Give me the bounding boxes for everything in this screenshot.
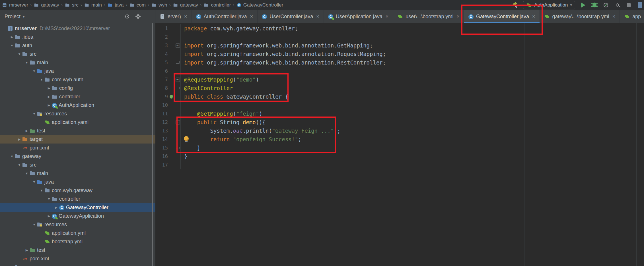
code-line[interactable]: package com.wyh.gateway.controller; [184, 24, 644, 33]
intention-bulb-icon[interactable] [184, 136, 189, 141]
chevron-expanded-icon[interactable]: ▼ [31, 112, 37, 115]
chevron-collapsed-icon[interactable]: ▶ [46, 95, 52, 99]
code-area[interactable]: package com.wyh.gateway.controller;impor… [181, 24, 644, 169]
tree-item-pom-xml[interactable]: mpom.xml [0, 144, 155, 152]
code-line[interactable]: public String demo(){ [184, 118, 644, 126]
chevron-expanded-icon[interactable]: ▼ [31, 223, 37, 226]
build-hammer-button[interactable] [512, 2, 519, 9]
close-icon[interactable]: × [456, 14, 460, 20]
run-button[interactable] [580, 2, 587, 9]
tree-item-resources[interactable]: ▼resources [0, 220, 155, 229]
tree-item-user[interactable]: ▶user [0, 263, 155, 266]
chevron-collapsed-icon[interactable]: ▶ [17, 138, 22, 141]
fold-marker[interactable] [175, 84, 180, 92]
breadcrumb-item-com[interactable]: com [129, 2, 146, 8]
tree-item-application-yml[interactable]: application.yml [0, 229, 155, 237]
breadcrumb-item-wyh[interactable]: wyh [151, 2, 167, 8]
code-line[interactable]: import org.springframework.web.bind.anno… [184, 58, 644, 67]
tab-authcontroller-java[interactable]: CAuthController.java× [192, 10, 258, 23]
close-icon[interactable]: × [532, 14, 535, 20]
editor-pane[interactable]: 1234567891011121314151617 package com.wy… [155, 23, 644, 266]
chevron-collapsed-icon[interactable]: ▶ [46, 214, 52, 218]
fold-marker[interactable] [175, 144, 180, 152]
fold-marker[interactable] [175, 41, 180, 50]
chevron-expanded-icon[interactable]: ▼ [31, 69, 37, 73]
chevron-collapsed-icon[interactable]: ▶ [46, 86, 52, 90]
tab-userapplication-java[interactable]: CUserApplication.java× [324, 10, 393, 23]
breadcrumb-item-gateway[interactable]: gateway [173, 2, 198, 8]
chevron-collapsed-icon[interactable]: ▶ [9, 35, 15, 39]
tree-item-java[interactable]: ▼java [0, 178, 155, 186]
code-line[interactable]: @RestController [184, 84, 644, 92]
run-config-selector[interactable]: AuthApplication ▾ [523, 1, 575, 9]
chevron-expanded-icon[interactable]: ▼ [17, 52, 22, 56]
code-line[interactable]: import org.springframework.web.bind.anno… [184, 41, 644, 50]
code-line[interactable] [184, 33, 644, 41]
close-icon[interactable]: × [386, 14, 389, 20]
tree-item-pom-xml[interactable]: mpom.xml [0, 254, 155, 263]
code-line[interactable]: return "openfeign Success!"; [184, 135, 644, 144]
code-line[interactable]: } [184, 144, 644, 152]
tree-item-idea[interactable]: ▶.idea [0, 33, 155, 41]
breadcrumb-item-controller[interactable]: controller [203, 2, 231, 8]
code-line[interactable]: import org.springframework.web.bind.anno… [184, 50, 644, 58]
chevron-collapsed-icon[interactable]: ▶ [24, 248, 30, 252]
tab-user-bootstrap-yml[interactable]: user\...\bootstrap.yml× [393, 10, 464, 23]
close-icon[interactable]: × [612, 14, 616, 20]
chevron-collapsed-icon[interactable]: ▶ [24, 129, 30, 133]
spring-bean-gutter-icon[interactable] [168, 92, 175, 101]
tree-item-main[interactable]: ▼main [0, 169, 155, 178]
tree-item-resources[interactable]: ▼resources [0, 109, 155, 118]
tree-item-com-wyh-auth[interactable]: ▼com.wyh.auth [0, 75, 155, 84]
chevron-expanded-icon[interactable]: ▼ [39, 189, 44, 192]
chevron-expanded-icon[interactable]: ▼ [46, 197, 52, 201]
gear-icon[interactable] [136, 15, 140, 18]
breadcrumb-item-java[interactable]: java [107, 2, 124, 8]
chevron-collapsed-icon[interactable]: ▶ [54, 206, 59, 209]
project-panel-header[interactable]: Project ▾ [0, 10, 155, 23]
tree-item-test[interactable]: ▶test [0, 126, 155, 135]
code-line[interactable]: } [184, 152, 644, 161]
chevron-expanded-icon[interactable]: ▼ [24, 61, 30, 64]
code-line[interactable] [184, 101, 644, 109]
tree-item-main[interactable]: ▼main [0, 58, 155, 67]
tree-item-authapplication[interactable]: ▶CAuthApplication [0, 101, 155, 109]
breadcrumb-item-gateway[interactable]: gateway [34, 2, 59, 8]
code-line[interactable]: public class GatewayController { [184, 92, 644, 101]
chevron-expanded-icon[interactable]: ▼ [31, 180, 37, 184]
partial-toolbar-button[interactable] [637, 2, 643, 9]
chevron-expanded-icon[interactable]: ▼ [17, 163, 22, 167]
chevron-expanded-icon[interactable]: ▼ [9, 44, 15, 47]
fold-marker[interactable] [175, 75, 180, 84]
tab-app[interactable]: app [620, 10, 644, 23]
code-line[interactable]: @RequestMapping("demo") [184, 75, 644, 84]
tree-item-gatewayapplication[interactable]: ▶CGatewayApplication [0, 212, 155, 220]
tree-item-com-wyh-gateway[interactable]: ▼com.wyh.gateway [0, 186, 155, 195]
tree-item-application-yaml[interactable]: application.yaml [0, 118, 155, 126]
fold-marker[interactable] [175, 58, 180, 67]
breadcrumb-item-mrserver[interactable]: mrserver [2, 2, 28, 8]
close-icon[interactable]: × [316, 14, 319, 20]
chevron-expanded-icon[interactable]: ▼ [24, 172, 30, 175]
tree-item-java[interactable]: ▼java [0, 67, 155, 75]
tab-gateway-bootstrap-yml[interactable]: gateway\...\bootstrap.yml× [540, 10, 620, 23]
code-line[interactable]: @GetMapping("feign") [184, 109, 644, 118]
tree-item-gatewaycontroller[interactable]: ▶CGatewayController [0, 203, 155, 212]
locate-file-icon[interactable] [125, 14, 129, 18]
close-icon[interactable]: × [184, 14, 187, 20]
breadcrumb-item-src[interactable]: src [65, 2, 79, 8]
tree-item-config[interactable]: ▶config [0, 84, 155, 92]
code-line[interactable] [184, 161, 644, 169]
profiler-button[interactable] [602, 2, 609, 9]
tab-erver[interactable]: erver)× [155, 10, 192, 23]
code-line[interactable]: System.out.println("Gateway Feign ..."); [184, 126, 644, 135]
tree-item-bootstrap-yml[interactable]: bootstrap.yml [0, 237, 155, 246]
tree-item-mrserver[interactable]: mrserverD:\MSS\code\202210\mrserver [0, 24, 155, 33]
tree-item-src[interactable]: ▼src [0, 50, 155, 58]
search-everywhere-button[interactable] [614, 2, 621, 9]
tree-item-controller[interactable]: ▶controller [0, 92, 155, 101]
debug-button[interactable] [591, 2, 598, 9]
close-icon[interactable]: × [250, 14, 253, 20]
breadcrumb-item-main[interactable]: main [84, 2, 102, 8]
tree-item-test[interactable]: ▶test [0, 246, 155, 254]
